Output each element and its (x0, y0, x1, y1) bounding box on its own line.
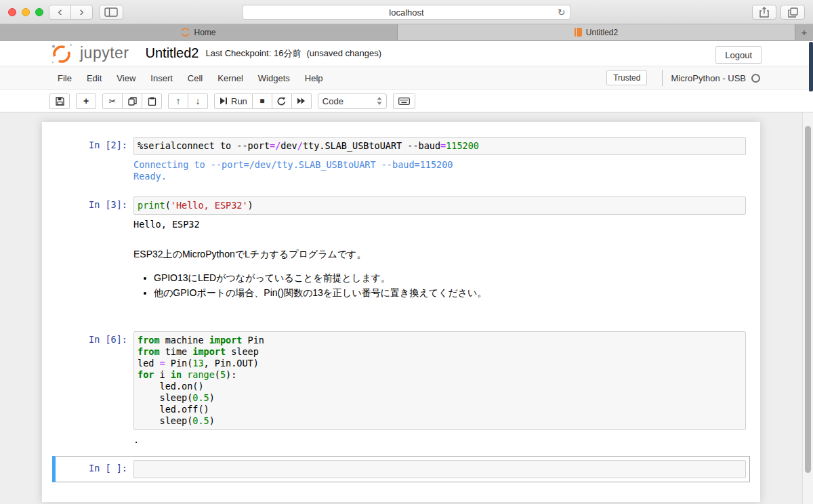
code-input[interactable]: from machine import Pinfrom time import … (133, 331, 746, 430)
code-line: led.off() (138, 404, 742, 415)
forward-button[interactable]: › (70, 5, 93, 20)
cell-prompt: In [6]: (56, 331, 133, 348)
share-button[interactable] (752, 5, 776, 20)
interrupt-kernel-button[interactable]: ■ (252, 93, 272, 109)
code-cell[interactable]: In [ ]: (52, 456, 750, 482)
tab-overview-icon (788, 7, 798, 18)
markdown-body: ESP32上のMicroPythonでLチカするプログラムです。GPIO13にL… (133, 245, 746, 311)
jupyter-logo-icon (50, 43, 73, 64)
fullscreen-window-button[interactable] (35, 8, 43, 16)
kernel-name: MicroPython - USB (671, 73, 746, 83)
jupyter-header: jupyter Untitled2 Last Checkpoint: 16分前 … (0, 41, 813, 66)
browser-tab-bar: Home Untitled2 + (0, 24, 813, 41)
notebook-scrollbar-thumb[interactable] (805, 126, 811, 473)
select-caret-icon (377, 97, 382, 105)
code-line (138, 463, 742, 475)
run-icon (220, 97, 228, 105)
save-icon (56, 97, 64, 106)
close-window-button[interactable] (8, 8, 16, 16)
cut-icon: ✂ (109, 96, 117, 106)
move-cell-down-button[interactable]: ↓ (188, 93, 208, 109)
menu-cell[interactable]: Cell (180, 73, 210, 83)
tab-untitled2-label: Untitled2 (586, 28, 618, 37)
run-cell-button[interactable]: Run (214, 93, 253, 109)
browser-window: ‹ › localhost ↻ (0, 0, 813, 504)
share-icon (759, 7, 769, 18)
copy-icon (128, 97, 137, 106)
code-line: led = Pin(13, Pin.OUT) (138, 358, 742, 369)
autosave-status: (unsaved changes) (306, 48, 381, 58)
menu-widgets[interactable]: Widgets (251, 73, 297, 83)
copy-cell-button[interactable] (122, 93, 142, 109)
forward-icon: › (79, 5, 83, 18)
notebook-toolbar: + ✂ ↑ ↓ (0, 90, 813, 112)
restart-run-all-button[interactable] (291, 93, 312, 109)
menu-insert[interactable]: Insert (143, 73, 180, 83)
kernel-indicator: MicroPython - USB (662, 70, 760, 86)
command-palette-button[interactable] (393, 93, 415, 109)
cut-cell-button[interactable]: ✂ (102, 93, 123, 109)
back-button[interactable]: ‹ (49, 5, 71, 20)
notebook-title[interactable]: Untitled2 (146, 45, 199, 61)
kernel-idle-icon (751, 74, 760, 83)
menu-help[interactable]: Help (297, 73, 331, 83)
run-label: Run (231, 96, 247, 106)
new-tab-button[interactable]: + (795, 24, 813, 40)
address-bar-url: localhost (389, 7, 423, 18)
tab-overview-button[interactable] (780, 5, 805, 20)
menu-kernel[interactable]: Kernel (210, 73, 251, 83)
code-line: from machine import Pin (138, 335, 742, 346)
tab-untitled2[interactable]: Untitled2 (398, 24, 795, 40)
code-cell[interactable]: In [3]:print('Hello, ESP32')Hello, ESP32 (52, 192, 750, 234)
move-cell-up-button[interactable]: ↑ (168, 93, 188, 109)
code-input[interactable]: print('Hello, ESP32') (133, 196, 746, 215)
code-cell[interactable]: In [6]:from machine import Pinfrom time … (52, 327, 750, 450)
checkpoint-status: Last Checkpoint: 16分前 (205, 47, 301, 60)
address-bar[interactable]: localhost ↻ (243, 5, 571, 20)
restart-kernel-button[interactable] (272, 93, 292, 109)
code-cell[interactable]: In [2]:%serialconnect to --port=/dev/tty… (52, 133, 750, 186)
cell-type-select[interactable]: Code (318, 93, 387, 109)
cell-type-value: Code (322, 96, 343, 106)
jupyter-logo[interactable]: jupyter (50, 43, 129, 64)
menu-view[interactable]: View (109, 73, 143, 83)
tab-home[interactable]: Home (0, 24, 398, 40)
code-line: led.on() (138, 381, 742, 392)
markdown-cell[interactable]: ESP32上のMicroPythonでLチカするプログラムです。GPIO13にL… (52, 240, 750, 315)
code-line: %serialconnect to --port=/dev/tty.SLAB_U… (138, 140, 742, 152)
restart-icon (277, 97, 286, 106)
code-line: print('Hello, ESP32') (138, 200, 742, 211)
code-line: sleep(0.5) (138, 415, 742, 427)
jupyter-logo-text: jupyter (80, 44, 129, 62)
code-input[interactable]: %serialconnect to --port=/dev/tty.SLAB_U… (133, 137, 746, 155)
add-cell-button[interactable]: + (76, 93, 96, 109)
tab-home-label: Home (194, 28, 215, 37)
paste-cell-button[interactable] (142, 93, 162, 109)
minimize-window-button[interactable] (22, 8, 30, 16)
code-input[interactable] (133, 460, 746, 478)
notebook-scrollbar-track[interactable] (802, 112, 813, 504)
browser-titlebar: ‹ › localhost ↻ (0, 0, 813, 24)
save-button[interactable] (49, 93, 70, 109)
code-line: for i in range(5): (138, 369, 742, 381)
jupyter-spinner-icon (181, 28, 190, 37)
notebook-menubar: File Edit View Insert Cell Kernel Widget… (0, 66, 813, 90)
keyboard-icon (398, 98, 410, 105)
stop-icon: ■ (259, 96, 264, 106)
logout-button[interactable]: Logout (715, 46, 762, 64)
cell-output: Hello, ESP32 (133, 218, 746, 230)
paste-icon (148, 97, 157, 106)
arrow-down-icon: ↓ (196, 96, 201, 106)
page-scrollbar-thumb[interactable] (809, 42, 813, 91)
back-icon: ‹ (58, 5, 62, 18)
code-line: from time import sleep (138, 346, 742, 358)
trusted-button[interactable]: Trusted (606, 70, 647, 85)
cell-output: . (133, 434, 746, 446)
fast-forward-icon (297, 97, 306, 105)
sidebar-toggle-button[interactable] (99, 5, 123, 20)
cell-prompt: In [3]: (56, 196, 133, 213)
reload-icon[interactable]: ↻ (558, 7, 566, 18)
menu-file[interactable]: File (50, 73, 79, 83)
menu-edit[interactable]: Edit (79, 73, 109, 83)
notebook-file-icon (575, 28, 582, 37)
